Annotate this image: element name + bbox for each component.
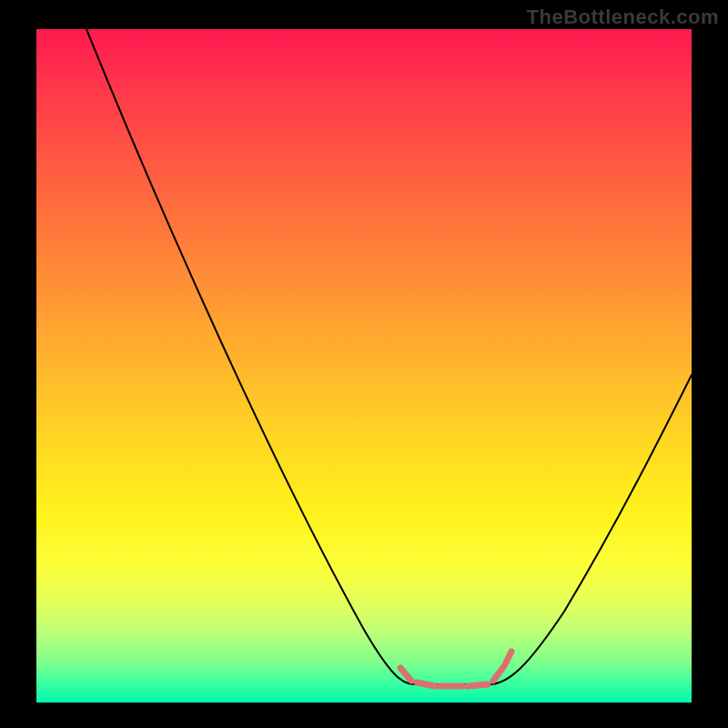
chart-frame: TheBottleneck.com [0, 0, 728, 728]
minimum-highlight-markers [400, 652, 511, 686]
plot-area [36, 29, 692, 703]
marker-segment [493, 666, 504, 681]
marker-segment [417, 682, 435, 686]
watermark-text: TheBottleneck.com [527, 5, 719, 29]
marker-segment [400, 668, 411, 681]
marker-segment [468, 684, 488, 686]
chart-overlay-svg [36, 29, 692, 703]
curve-right-branch [491, 375, 692, 684]
marker-segment [506, 652, 511, 662]
curve-left-branch [86, 29, 419, 684]
